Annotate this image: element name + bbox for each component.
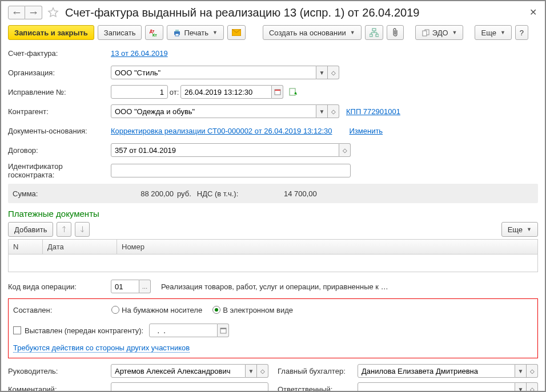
close-icon[interactable]: ✕ [529, 7, 537, 18]
vat-label: НДС (в т.ч.): [197, 189, 254, 198]
govid-input[interactable] [111, 164, 351, 177]
structure-button[interactable] [365, 25, 383, 40]
vat-value: 14 700,00 [254, 189, 317, 198]
svg-text:Кт: Кт [152, 33, 157, 37]
dt-kt-button[interactable]: ДтКт [145, 25, 163, 40]
svg-rect-8 [376, 34, 379, 37]
svg-rect-6 [372, 29, 376, 31]
print-button[interactable]: Печать▼ [167, 25, 224, 40]
sum-bar: Сумма: 88 200,00 руб. НДС (в т.ч.): 14 7… [8, 184, 538, 203]
favorite-star-icon[interactable] [47, 6, 59, 19]
opcode-desc: Реализация товаров, работ, услуг и опера… [161, 282, 388, 291]
page-title: Счет-фактура выданный на реализацию 13 (… [65, 6, 419, 19]
counterparty-dropdown-icon[interactable]: ▼ [316, 104, 328, 118]
head-input[interactable] [111, 364, 246, 378]
opcode-select-icon[interactable]: … [139, 280, 151, 293]
issued-date-input[interactable] [149, 324, 218, 337]
attachment-button[interactable] [387, 25, 404, 40]
issued-calendar-icon[interactable] [218, 324, 229, 337]
issued-checkbox[interactable] [13, 326, 21, 334]
calendar-icon[interactable] [272, 85, 283, 99]
currency-label: руб. [177, 189, 191, 198]
org-open-icon[interactable]: ◇ [328, 66, 339, 79]
payments-section-title: Платежные документы [8, 209, 538, 219]
svg-rect-13 [290, 88, 295, 95]
contract-label: Договор: [8, 146, 111, 155]
svg-rect-4 [175, 34, 179, 36]
svg-rect-3 [175, 30, 179, 31]
kpp-link[interactable]: КПП 772901001 [346, 107, 400, 116]
sum-value: 88 200,00 [111, 189, 174, 198]
head-open-icon[interactable]: ◇ [257, 364, 268, 378]
org-input[interactable] [111, 66, 316, 79]
corr-date-input[interactable] [180, 85, 272, 99]
action-required-link[interactable]: Требуются действия со стороны других уча… [13, 343, 190, 353]
svg-rect-15 [220, 328, 226, 329]
head-dropdown-icon[interactable]: ▼ [246, 364, 257, 378]
invoice-label: Счет-фактура: [8, 49, 111, 58]
svg-rect-7 [370, 34, 372, 37]
corr-number-input[interactable] [111, 85, 168, 99]
more-button[interactable]: Еще▼ [475, 25, 511, 40]
col-n[interactable]: N [9, 240, 43, 254]
org-label: Организация: [8, 68, 111, 77]
printer-icon [173, 29, 181, 37]
envelope-icon [232, 29, 241, 36]
responsible-dropdown-icon[interactable]: ▼ [515, 382, 527, 392]
contract-open-icon[interactable]: ◇ [339, 143, 351, 157]
svg-rect-12 [275, 90, 280, 91]
change-link[interactable]: Изменить [350, 127, 383, 135]
responsible-open-icon[interactable]: ◇ [527, 382, 538, 392]
radio-electronic[interactable] [212, 306, 220, 314]
payments-table: N Дата Номер [8, 239, 538, 272]
email-button[interactable] [227, 25, 246, 40]
counterparty-input[interactable] [111, 104, 316, 118]
sum-label: Сумма: [13, 189, 111, 198]
head-label: Руководитель: [8, 367, 111, 375]
nav-back-button[interactable]: 🡐 [8, 6, 25, 19]
comment-input[interactable] [111, 382, 268, 392]
contract-input[interactable] [111, 143, 339, 157]
basis-doc-link[interactable]: Корректировка реализации СТ00-000002 от … [111, 127, 332, 135]
highlighted-section: Составлен: На бумажном носителе В электр… [8, 298, 538, 358]
acc-input[interactable] [358, 364, 515, 378]
col-number[interactable]: Номер [117, 240, 537, 254]
help-button[interactable]: ? [515, 25, 528, 40]
acc-dropdown-icon[interactable]: ▼ [515, 364, 527, 378]
col-date[interactable]: Дата [43, 240, 117, 254]
basis-label: Документы-основания: [8, 127, 111, 135]
move-down-button[interactable]: 🡓 [75, 222, 90, 237]
corr-label: Исправление №: [8, 88, 111, 96]
issued-label: Выставлен (передан контрагенту): [25, 326, 143, 335]
svg-rect-10 [423, 31, 427, 36]
comment-label: Комментарий: [8, 385, 111, 393]
refresh-icon[interactable] [289, 88, 298, 96]
radio-paper[interactable] [111, 306, 119, 314]
responsible-label: Ответственный: [278, 385, 358, 393]
counterparty-label: Контрагент: [8, 107, 111, 116]
radio-paper-label: На бумажном носителе [122, 306, 202, 314]
from-label: от: [168, 88, 180, 96]
save-button[interactable]: Записать [98, 25, 142, 40]
move-up-button[interactable]: 🡑 [57, 222, 71, 237]
invoice-link[interactable]: 13 от 26.04.2019 [111, 49, 168, 58]
composed-label: Составлен: [13, 306, 111, 314]
nav-forward-button[interactable]: 🡒 [25, 6, 42, 19]
payments-empty-body [9, 254, 537, 272]
save-and-close-button[interactable]: Записать и закрыть [8, 25, 94, 40]
dt-kt-icon: ДтКт [150, 28, 159, 37]
add-payment-button[interactable]: Добавить [8, 222, 53, 237]
org-dropdown-icon[interactable]: ▼ [316, 66, 328, 79]
payments-more-button[interactable]: Еще▼ [501, 222, 538, 237]
edo-button[interactable]: ЭДО▼ [415, 25, 464, 40]
opcode-label: Код вида операции: [8, 282, 111, 291]
govid-label: Идентификатор госконтракта: [8, 162, 111, 179]
paperclip-icon [391, 28, 399, 37]
acc-label: Главный бухгалтер: [278, 367, 358, 375]
counterparty-open-icon[interactable]: ◇ [328, 104, 339, 118]
opcode-input[interactable] [111, 280, 139, 293]
radio-electronic-label: В электронном виде [223, 306, 293, 314]
acc-open-icon[interactable]: ◇ [527, 364, 538, 378]
responsible-input[interactable] [358, 382, 515, 392]
create-based-on-button[interactable]: Создать на основании▼ [263, 25, 362, 40]
